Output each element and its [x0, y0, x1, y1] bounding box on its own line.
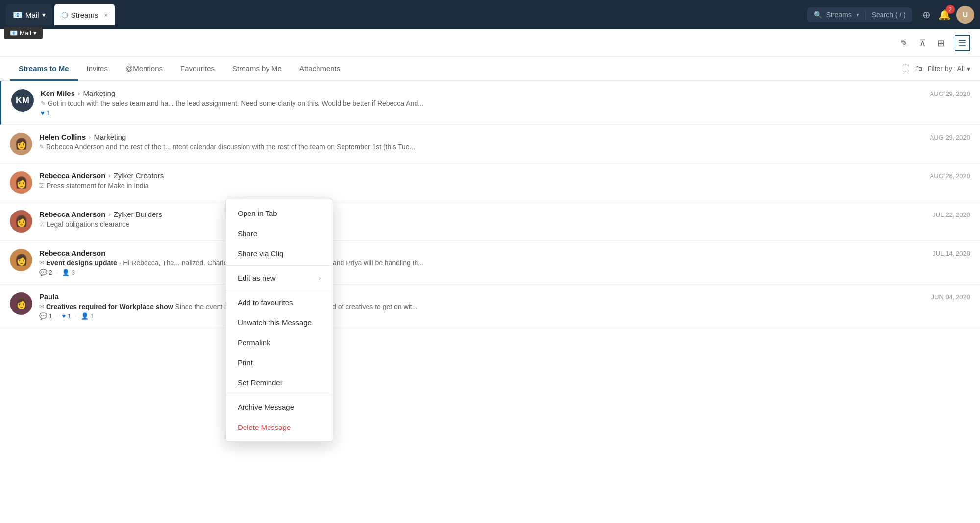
- item-date-2: AUG 29, 2020: [930, 133, 970, 141]
- mail-tooltip: 📧 Mail ▾: [4, 27, 43, 39]
- stream-item-2[interactable]: 👩 Helen Collins › Marketing ✎ Rebecca An…: [0, 125, 980, 164]
- item-meta-5: 💬 2 · 👤 3: [39, 269, 926, 276]
- group-name-2: Marketing: [94, 133, 126, 141]
- mail-icon: 📧: [13, 10, 23, 20]
- ctx-unwatch-label: Unwatch this Message: [238, 318, 312, 327]
- item-meta-1: ♥ 1: [41, 109, 923, 117]
- ctx-delete-label: Delete Message: [238, 423, 291, 431]
- search-divider: [865, 10, 866, 19]
- stream-item-4[interactable]: 👩 Rebecca Anderson › Zylker Builders ☑ L…: [0, 202, 980, 241]
- stream-item-5[interactable]: 👩 Rebecca Anderson ✉ Event designs updat…: [0, 241, 980, 285]
- ctx-permalink[interactable]: Permalink: [226, 333, 333, 353]
- group-name-1: Marketing: [83, 89, 115, 97]
- item-date-6: JUN 04, 2020: [931, 292, 971, 301]
- nav-search-bar[interactable]: 🔍 Streams ▾ Search ( / ): [807, 7, 912, 22]
- stream-item-3[interactable]: 👩 Rebecca Anderson › Zylker Creators ☑ P…: [0, 164, 980, 202]
- item-preview-3: ☑ Press statement for Make in India: [39, 182, 480, 190]
- sender-name-6: Paula: [39, 292, 59, 301]
- edit-icon-2: ✎: [39, 143, 44, 150]
- stream-item-6[interactable]: 👩 Paula ✉ Creatives required for Workpla…: [0, 285, 980, 328]
- ctx-add-to-favourites-label: Add to favourites: [238, 298, 293, 307]
- ctx-open-in-tab[interactable]: Open in Tab: [226, 203, 333, 223]
- item-body-4: Rebecca Anderson › Zylker Builders ☑ Leg…: [39, 210, 926, 228]
- edit-icon-3: ☑: [39, 182, 45, 189]
- item-date-1: AUG 29, 2020: [930, 89, 970, 97]
- mail-dropdown-arrow[interactable]: ▾: [42, 11, 46, 19]
- ctx-print[interactable]: Print: [226, 353, 333, 373]
- ctx-share[interactable]: Share: [226, 223, 333, 243]
- close-streams-tab[interactable]: ×: [104, 11, 108, 19]
- ctx-set-reminder[interactable]: Set Reminder: [226, 373, 333, 393]
- tooltip-icon: 📧: [10, 29, 18, 37]
- ctx-archive[interactable]: Archive Message: [226, 397, 333, 417]
- ctx-separator-2: [226, 290, 333, 290]
- tabs-row: Streams to Me Invites @Mentions Favourit…: [0, 57, 980, 81]
- avatar-rebecca-5: 👩: [10, 249, 32, 271]
- tab-invites[interactable]: Invites: [78, 57, 117, 81]
- tab-mentions[interactable]: @Mentions: [117, 57, 172, 81]
- sender-name-5: Rebecca Anderson: [39, 249, 105, 257]
- stream-item-1[interactable]: KM Ken Miles › Marketing ✎ Got in touch …: [0, 81, 980, 125]
- edit-icon-5: ✉: [39, 260, 44, 266]
- ctx-edit-as-new[interactable]: Edit as new ›: [226, 268, 333, 288]
- navbar: 📧 Mail ▾ ⬡ Streams × 🔍 Streams ▾ Search …: [0, 0, 980, 29]
- avatar-ken-miles: KM: [11, 89, 34, 112]
- ctx-permalink-label: Permalink: [238, 338, 270, 347]
- sender-name-2: Helen Collins: [39, 133, 86, 141]
- item-header-4: Rebecca Anderson › Zylker Builders: [39, 210, 926, 218]
- item-date-3: AUG 26, 2020: [930, 171, 970, 180]
- ctx-edit-arrow: ›: [319, 274, 321, 282]
- search-placeholder: Search ( / ): [872, 11, 906, 19]
- ctx-edit-as-new-label: Edit as new: [238, 274, 276, 282]
- compose-btn[interactable]: ✎: [898, 36, 909, 50]
- notification-badge: 2: [946, 5, 955, 14]
- ctx-share-label: Share: [238, 229, 257, 238]
- archive-filter-icon[interactable]: 🗂: [915, 64, 923, 73]
- tab-attachments[interactable]: Attachments: [291, 57, 349, 81]
- sender-name-3: Rebecca Anderson: [39, 171, 105, 180]
- ctx-share-via-cliq[interactable]: Share via Cliq: [226, 243, 333, 263]
- item-date-4: JUL 22, 2020: [932, 210, 970, 218]
- menu-btn[interactable]: ☰: [955, 35, 970, 51]
- item-preview-1: ✎ Got in touch with the sales team and h…: [41, 99, 482, 107]
- toolbar: ✎ ⊼ ⊞ ☰: [0, 29, 980, 57]
- search-scope-label: Streams: [826, 11, 852, 19]
- search-scope-dropdown[interactable]: ▾: [857, 12, 859, 18]
- item-preview-2: ✎ Rebecca Anderson and the rest of the t…: [39, 143, 480, 151]
- filter-icon[interactable]: ⛶: [902, 64, 910, 73]
- main-content: KM Ken Miles › Marketing ✎ Got in touch …: [0, 81, 980, 523]
- ctx-separator-1: [226, 265, 333, 266]
- nav-tab-mail[interactable]: 📧 Mail ▾: [6, 4, 52, 25]
- edit-icon-1: ✎: [41, 100, 46, 107]
- group-name-3: Zylker Creators: [114, 171, 164, 180]
- ctx-add-to-favourites[interactable]: Add to favourites: [226, 292, 333, 312]
- ctx-set-reminder-label: Set Reminder: [238, 379, 283, 387]
- ctx-unwatch[interactable]: Unwatch this Message: [226, 312, 333, 333]
- item-header-5: Rebecca Anderson: [39, 249, 926, 257]
- item-header-2: Helen Collins › Marketing: [39, 133, 923, 141]
- item-header-6: Paula: [39, 292, 925, 301]
- layout-btn[interactable]: ⊞: [935, 36, 947, 50]
- filter-area: ⛶ 🗂 Filter by : All ▾: [902, 64, 970, 73]
- tab-streams-by-me[interactable]: Streams by Me: [223, 57, 291, 81]
- tooltip-label: Mail: [20, 29, 31, 37]
- avatar-rebecca-3: 👩: [10, 171, 32, 194]
- filter-label[interactable]: Filter by : All ▾: [928, 65, 970, 72]
- user-avatar[interactable]: U: [956, 6, 974, 24]
- item-header-3: Rebecca Anderson › Zylker Creators: [39, 171, 923, 180]
- ctx-separator-3: [226, 395, 333, 395]
- avatar-helen-collins: 👩: [10, 133, 32, 155]
- nav-tab-streams[interactable]: ⬡ Streams ×: [54, 4, 115, 25]
- nav-actions: ⊕ 🔔 2 U: [920, 6, 974, 24]
- ctx-delete[interactable]: Delete Message: [226, 417, 333, 437]
- collapse-btn[interactable]: ⊼: [917, 36, 928, 50]
- sender-name-4: Rebecca Anderson: [39, 210, 105, 218]
- item-body-1: Ken Miles › Marketing ✎ Got in touch wit…: [41, 89, 923, 117]
- notifications-btn[interactable]: 🔔 2: [936, 7, 953, 23]
- tab-streams-to-me[interactable]: Streams to Me: [10, 57, 78, 81]
- tooltip-dropdown[interactable]: ▾: [33, 29, 37, 37]
- avatar-rebecca-4: 👩: [10, 210, 32, 233]
- mail-tab-label: Mail: [25, 11, 39, 19]
- compose-nav-btn[interactable]: ⊕: [920, 7, 932, 23]
- tab-favourites[interactable]: Favourites: [172, 57, 223, 81]
